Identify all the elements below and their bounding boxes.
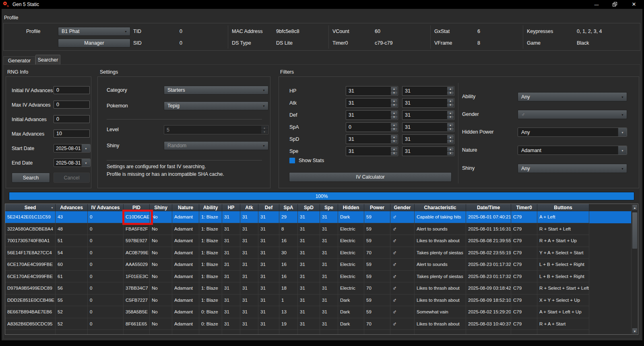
- table-cell[interactable]: Takes plenty of siestas: [415, 247, 466, 259]
- table-cell[interactable]: [589, 211, 638, 223]
- table-cell[interactable]: Adamant: [172, 318, 199, 330]
- pokemon-select[interactable]: Tepig: [164, 101, 268, 110]
- table-cell[interactable]: 59: [364, 235, 390, 247]
- table-cell[interactable]: 0: [88, 235, 124, 247]
- table-cell[interactable]: Y + A + Select + Start: [537, 247, 589, 259]
- rng-field-input[interactable]: 0: [54, 86, 90, 94]
- table-cell[interactable]: Electric: [338, 247, 364, 259]
- table-cell[interactable]: 597BE927: [124, 235, 150, 247]
- spin-down-icon[interactable]: [447, 140, 454, 144]
- table-cell[interactable]: [298, 330, 320, 335]
- search-button[interactable]: Search: [12, 173, 50, 183]
- table-cell[interactable]: 31: [298, 223, 320, 235]
- table-cell[interactable]: 51: [56, 235, 88, 247]
- scroll-down-icon[interactable]: [632, 328, 638, 334]
- table-cell[interactable]: 1: Blaze: [199, 235, 222, 247]
- table-cell[interactable]: 13: [279, 306, 298, 318]
- table-cell[interactable]: 2025-08-08 21:39:55: [466, 235, 511, 247]
- table-cell[interactable]: R + Start + Left: [537, 223, 589, 235]
- table-cell[interactable]: 1: Blaze: [199, 211, 222, 223]
- table-cell[interactable]: 31: [298, 211, 320, 223]
- filter-nature-select[interactable]: Adamant: [518, 146, 627, 155]
- table-cell[interactable]: Electric: [338, 235, 364, 247]
- table-cell[interactable]: R + A + Start + Up: [537, 235, 589, 247]
- filter-ability-select[interactable]: Any: [518, 92, 627, 101]
- spin-down-icon[interactable]: [261, 130, 268, 134]
- header-cell[interactable]: Timer0: [511, 204, 537, 211]
- table-cell[interactable]: ♂: [390, 259, 415, 271]
- table-cell[interactable]: 31: [258, 211, 279, 223]
- table-cell[interactable]: 61: [56, 271, 88, 283]
- table-cell[interactable]: 31: [320, 223, 338, 235]
- table-cell[interactable]: [415, 330, 466, 335]
- table-cell[interactable]: 0: [88, 211, 124, 223]
- spin-down-icon[interactable]: [447, 103, 454, 107]
- table-cell[interactable]: Likes to thrash about: [415, 282, 466, 295]
- table-cell[interactable]: 31: [298, 235, 320, 247]
- table-cell[interactable]: Adamant: [172, 282, 199, 295]
- iv-min-spinbox[interactable]: 31: [346, 146, 398, 156]
- table-cell[interactable]: Dark: [338, 306, 364, 318]
- table-cell[interactable]: Capable of taking hits: [415, 211, 466, 223]
- table-cell[interactable]: 0: Blaze: [199, 306, 222, 318]
- header-cell[interactable]: Nature: [172, 204, 199, 211]
- table-cell[interactable]: C79: [511, 247, 537, 259]
- table-cell[interactable]: 31: [240, 282, 258, 295]
- table-cell[interactable]: 31: [258, 235, 279, 247]
- table-cell[interactable]: 322A580ACBDBE8A4: [5, 223, 56, 235]
- table-cell[interactable]: 31: [320, 259, 338, 271]
- table-cell[interactable]: DDD2E851E0CCB49E: [5, 295, 56, 307]
- table-cell[interactable]: Adamant: [172, 247, 199, 259]
- table-cell[interactable]: C79: [511, 235, 537, 247]
- table-cell[interactable]: C79: [511, 259, 537, 271]
- table-cell[interactable]: 31: [320, 306, 338, 318]
- table-cell[interactable]: AAA55029: [124, 259, 150, 271]
- menu-profile[interactable]: Profile: [4, 15, 18, 21]
- table-cell[interactable]: X + Y + Select + Up: [537, 295, 589, 307]
- table-cell[interactable]: 2025-08-23 01:17:32: [466, 271, 511, 283]
- table-cell[interactable]: 2025-08-02 23:55:19: [466, 247, 511, 259]
- table-cell[interactable]: 2025-08-09 18:52:10: [466, 295, 511, 307]
- iv-max-spinbox[interactable]: 31: [402, 134, 454, 144]
- table-cell[interactable]: 31: [258, 282, 279, 295]
- table-cell[interactable]: No: [150, 211, 172, 223]
- table-cell[interactable]: 55: [56, 295, 88, 307]
- table-cell[interactable]: ♂: [390, 247, 415, 259]
- table-cell[interactable]: 59: [364, 211, 390, 223]
- table-cell[interactable]: 59: [364, 306, 390, 318]
- table-cell[interactable]: [240, 330, 258, 335]
- table-cell[interactable]: L + B + Select + Right: [537, 271, 589, 283]
- tab-generator[interactable]: Generator: [3, 56, 35, 65]
- spin-up-icon[interactable]: [391, 87, 397, 91]
- table-cell[interactable]: 31: [320, 211, 338, 223]
- table-cell[interactable]: 31: [258, 247, 279, 259]
- table-cell[interactable]: 31: [320, 282, 338, 295]
- tab-searcher[interactable]: Searcher: [35, 55, 60, 65]
- table-cell[interactable]: [222, 330, 240, 335]
- table-cell[interactable]: [589, 235, 638, 247]
- table-cell[interactable]: Likes to thrash about: [415, 235, 466, 247]
- table-cell[interactable]: [56, 330, 88, 335]
- table-cell[interactable]: 1: Blaze: [199, 282, 222, 295]
- table-cell[interactable]: No: [150, 306, 172, 318]
- table-cell[interactable]: 8E667B894BAE7EB6: [5, 306, 56, 318]
- table-cell[interactable]: 31: [258, 271, 279, 283]
- rng-field-input[interactable]: 0: [54, 101, 90, 109]
- spin-down-icon[interactable]: [391, 103, 397, 107]
- table-cell[interactable]: Likes to thrash about: [415, 318, 466, 330]
- table-cell[interactable]: C79: [511, 306, 537, 318]
- table-cell[interactable]: 1: Blaze: [199, 271, 222, 283]
- table-row[interactable]: 8E667B894BAE7EB6520358A5B5ENoAdamant0: B…: [5, 306, 638, 318]
- spin-up-icon[interactable]: [391, 123, 397, 127]
- table-cell[interactable]: 1: Blaze: [199, 247, 222, 259]
- table-cell[interactable]: Adamant: [172, 271, 199, 283]
- table-cell[interactable]: R + A + Start: [537, 318, 589, 330]
- table-cell[interactable]: [279, 330, 298, 335]
- table-cell[interactable]: 31: [240, 211, 258, 223]
- table-cell[interactable]: ♂: [390, 282, 415, 295]
- table-cell[interactable]: 31: [320, 295, 338, 307]
- table-cell[interactable]: 0: [88, 295, 124, 307]
- spin-down-icon[interactable]: [391, 140, 397, 144]
- header-cell[interactable]: Ability: [199, 204, 222, 211]
- restore-button[interactable]: [607, 0, 623, 9]
